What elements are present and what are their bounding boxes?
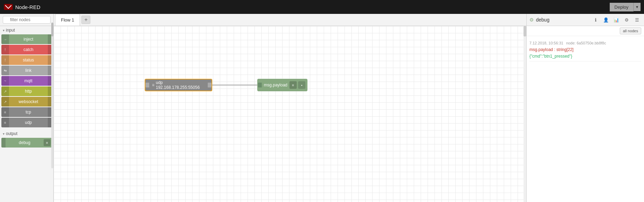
debug-out-list-icon: ≡ <box>44 139 51 146</box>
udp-node-icon: ≡ <box>152 83 154 87</box>
tab-flow1[interactable]: Flow 1 <box>55 14 80 26</box>
debug-gear-button[interactable]: ⚙ <box>623 16 631 24</box>
nodered-logo-icon <box>3 2 13 12</box>
debug-node-toggle-icon: ▪ <box>301 83 303 87</box>
debug-node-list-btn[interactable]: ≡ <box>289 81 297 89</box>
canvas-scrollbar[interactable] <box>524 26 526 202</box>
http-label: http <box>9 89 48 94</box>
flow-canvas[interactable]: ≡ udp 192.168.178.255:55056 msg.payload … <box>54 26 526 202</box>
chevron-icon-output: ▾ <box>3 132 5 136</box>
sidebar-left: ▾ input → inject ! catch ! status <box>0 14 54 202</box>
mqtt-label: mqtt <box>9 78 48 83</box>
sidebar-item-catch[interactable]: ! catch <box>1 45 52 54</box>
deploy-button[interactable]: Deploy <box>610 3 634 11</box>
deploy-arrow-button[interactable]: ▾ <box>634 3 641 11</box>
debug-toolbar: all nodes <box>527 26 644 36</box>
canvas-node-udp[interactable]: ≡ udp 192.168.178.255:55056 <box>145 79 212 91</box>
debug-message-body: msg.payload : string[22] <box>529 47 641 53</box>
debug-timestamp: 7.12.2018, 10:56:31 <box>529 40 563 47</box>
debug-panel-title-group: ⚙ debug <box>529 17 549 23</box>
udp-label: udp <box>9 120 48 125</box>
sidebar-scrollbar[interactable] <box>51 23 53 168</box>
debug-out-label: debug <box>6 140 44 145</box>
debug-node-id: node: 6a50750e.bb8f8c <box>566 40 606 47</box>
sidebar-item-http[interactable]: ↗ http <box>1 86 52 96</box>
debug-node-toggle-btn[interactable]: ▪ <box>298 81 305 89</box>
sidebar-item-mqtt[interactable]: ~ mqtt <box>1 76 52 86</box>
deploy-button-group[interactable]: Deploy ▾ <box>610 3 641 11</box>
sidebar-item-inject[interactable]: → inject <box>1 34 52 44</box>
websocket-left-icon: ↗ <box>1 97 9 107</box>
sidebar-item-debug-output[interactable]: debug ≡ <box>1 138 52 148</box>
debug-menu-button[interactable]: ☰ <box>633 16 641 24</box>
debug-content: 7.12.2018, 10:56:31 node: 6a50750e.bb8f8… <box>527 36 644 202</box>
wire-svg <box>54 26 526 202</box>
udp-node-body: ≡ udp 192.168.178.255:55056 <box>149 80 208 90</box>
filter-nodes-container <box>0 14 53 26</box>
link-label: link <box>9 68 48 73</box>
canvas-node-debug[interactable]: msg.payload ≡ ▪ <box>257 79 307 91</box>
filter-nodes-input[interactable] <box>3 16 51 24</box>
debug-key: msg.payload : string[22] <box>529 47 573 53</box>
debug-message-0: 7.12.2018, 10:56:31 node: 6a50750e.bb8f8… <box>529 39 641 61</box>
debug-message-value: {"cmd":"btn1_pressed"} <box>529 53 641 60</box>
canvas-area: Flow 1 + ≡ udp 192.168.178.255:55056 <box>54 14 526 202</box>
sidebar-item-udp[interactable]: ≡ udp <box>1 118 52 127</box>
debug-panel-title: debug <box>536 17 549 23</box>
udp-node-right-port <box>208 83 212 87</box>
tab-flow1-label: Flow 1 <box>61 17 74 23</box>
topbar-left: Node-RED <box>3 2 41 12</box>
debug-panel: ⚙ debug ℹ 👤 📊 ⚙ ☰ all nodes 7.12.2018, 1… <box>526 14 644 202</box>
sidebar-item-status[interactable]: ! status <box>1 55 52 65</box>
debug-chart-button[interactable]: 📊 <box>612 16 620 24</box>
section-label-input: input <box>6 28 15 33</box>
debug-panel-icon: ⚙ <box>529 17 534 23</box>
debug-node-list-icon: ≡ <box>292 83 294 87</box>
section-label-output: output <box>6 131 17 136</box>
section-header-output[interactable]: ▾ output <box>0 129 53 137</box>
status-label: status <box>9 58 48 62</box>
section-header-input[interactable]: ▾ input <box>0 26 53 34</box>
nodes-list: ▾ input → inject ! catch ! status <box>0 26 53 202</box>
tcp-left-icon: ≡ <box>1 107 9 117</box>
mqtt-left-icon: ~ <box>1 76 9 86</box>
status-left-icon: ! <box>1 55 9 65</box>
main-layout: ▾ input → inject ! catch ! status <box>0 14 644 202</box>
debug-panel-actions: ℹ 👤 📊 ⚙ ☰ <box>591 16 641 24</box>
tcp-label: tcp <box>9 110 48 115</box>
debug-node-left-port <box>258 83 262 87</box>
udp-node-left-port <box>145 83 149 87</box>
catch-left-icon: ! <box>1 45 9 54</box>
catch-label: catch <box>9 47 48 52</box>
topbar: Node-RED Deploy ▾ <box>0 0 644 14</box>
nodered-logo: Node-RED <box>3 2 41 12</box>
websocket-label: websocket <box>9 99 48 104</box>
inject-left-port-icon: → <box>1 34 9 44</box>
debug-panel-header: ⚙ debug ℹ 👤 📊 ⚙ ☰ <box>527 14 644 26</box>
canvas-scrollbar-thumb[interactable] <box>524 26 526 36</box>
debug-node-body: msg.payload <box>262 83 289 87</box>
app-title: Node-RED <box>15 4 41 10</box>
sidebar-item-tcp[interactable]: ≡ tcp <box>1 107 52 117</box>
debug-message-header: 7.12.2018, 10:56:31 node: 6a50750e.bb8f8… <box>529 40 641 47</box>
http-left-icon: ↗ <box>1 86 9 96</box>
sidebar-item-websocket[interactable]: ↗ websocket <box>1 97 52 107</box>
all-nodes-button[interactable]: all nodes <box>620 27 641 34</box>
debug-out-left-port <box>1 138 6 148</box>
inject-label: inject <box>9 37 48 42</box>
link-left-icon: ⇆ <box>1 66 9 75</box>
debug-info-button[interactable]: ℹ <box>591 16 600 24</box>
debug-node-label: msg.payload <box>264 83 287 87</box>
sidebar-item-link[interactable]: ⇆ link <box>1 66 52 75</box>
udp-left-icon: ≡ <box>1 118 9 127</box>
chevron-icon-input: ▾ <box>3 28 5 32</box>
tabs-bar: Flow 1 + <box>54 14 526 26</box>
debug-user-button[interactable]: 👤 <box>602 16 610 24</box>
sidebar-scrollbar-thumb[interactable] <box>51 23 53 36</box>
tab-add-button[interactable]: + <box>81 16 90 24</box>
svg-rect-0 <box>4 4 12 10</box>
udp-node-label: udp 192.168.178.255:55056 <box>156 80 205 90</box>
debug-value-text: {"cmd":"btn1_pressed"} <box>529 54 572 59</box>
